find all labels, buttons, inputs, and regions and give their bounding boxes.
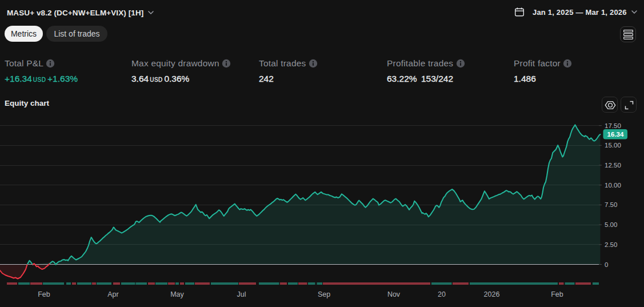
svg-text:Sep: Sep xyxy=(318,290,330,298)
svg-text:2.50: 2.50 xyxy=(605,241,617,248)
svg-text:2026: 2026 xyxy=(484,290,500,298)
svg-text:5.00: 5.00 xyxy=(605,221,617,228)
svg-text:12.50: 12.50 xyxy=(605,162,621,169)
svg-text:20: 20 xyxy=(438,290,446,298)
svg-text:15.00: 15.00 xyxy=(605,142,621,149)
svg-text:Nov: Nov xyxy=(387,290,401,298)
svg-text:Feb: Feb xyxy=(551,290,563,298)
svg-text:May: May xyxy=(170,290,184,298)
svg-text:16.34: 16.34 xyxy=(607,131,624,138)
svg-text:Jul: Jul xyxy=(237,290,246,298)
svg-text:17.50: 17.50 xyxy=(605,122,621,129)
svg-text:10.00: 10.00 xyxy=(605,182,621,189)
svg-text:7.50: 7.50 xyxy=(605,201,617,208)
svg-text:Feb: Feb xyxy=(38,290,50,298)
svg-text:Apr: Apr xyxy=(107,290,118,298)
svg-text:0: 0 xyxy=(605,261,608,268)
